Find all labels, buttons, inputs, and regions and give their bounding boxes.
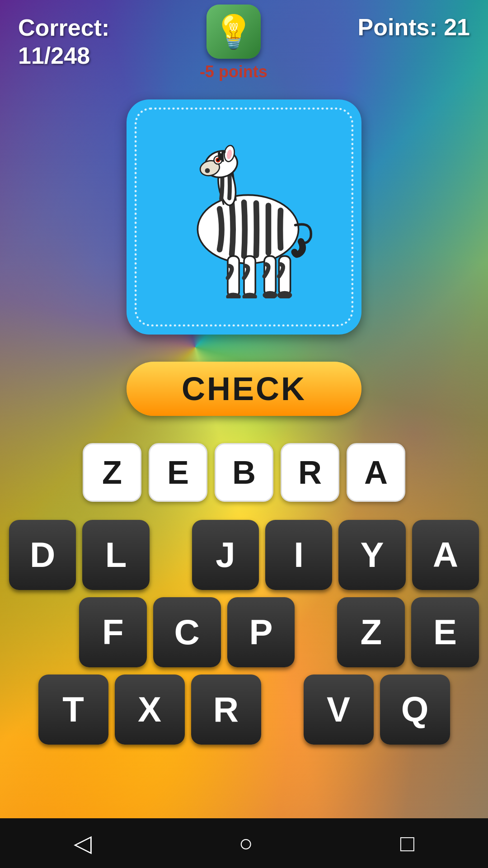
check-button[interactable]: CHECK [127, 362, 361, 416]
svg-point-4 [205, 168, 210, 173]
key-T[interactable]: T [38, 675, 108, 745]
answer-tile-4[interactable]: R [281, 443, 339, 502]
key-D[interactable]: D [9, 520, 76, 590]
nav-bar: ◁ ○ □ [0, 818, 488, 868]
svg-rect-16 [279, 256, 290, 295]
lightbulb-icon: 💡 [213, 13, 254, 51]
key-J[interactable]: J [192, 520, 259, 590]
answer-tile-2[interactable]: E [149, 443, 207, 502]
check-label: CHECK [182, 370, 306, 407]
svg-point-1 [216, 165, 238, 207]
home-button[interactable]: ○ [239, 830, 253, 857]
svg-point-15 [263, 291, 277, 298]
key-F[interactable]: F [79, 597, 147, 667]
svg-point-11 [226, 292, 240, 298]
hint-button[interactable]: 💡 [206, 5, 261, 59]
key-X[interactable]: X [115, 675, 185, 745]
svg-point-2 [202, 147, 240, 181]
answer-row: Z E B R A [83, 443, 405, 502]
zebra-image [163, 136, 325, 298]
key-Q[interactable]: Q [380, 675, 450, 745]
back-button[interactable]: ◁ [74, 830, 92, 857]
key-V[interactable]: V [304, 675, 374, 745]
key-Y[interactable]: Y [338, 520, 405, 590]
svg-point-0 [197, 195, 298, 263]
svg-point-8 [223, 145, 236, 162]
hint-cost: -5 points [200, 62, 267, 81]
key-row-2: F C P Z E [9, 597, 479, 667]
key-A[interactable]: A [412, 520, 479, 590]
key-R[interactable]: R [191, 675, 261, 745]
svg-rect-10 [228, 256, 239, 297]
svg-point-9 [226, 149, 232, 160]
answer-tile-5[interactable]: A [347, 443, 405, 502]
key-C[interactable]: C [153, 597, 221, 667]
svg-rect-14 [264, 256, 276, 295]
svg-point-6 [216, 158, 221, 163]
answer-tile-1[interactable]: Z [83, 443, 141, 502]
svg-point-5 [214, 156, 222, 164]
key-Z[interactable]: Z [337, 597, 405, 667]
svg-point-13 [242, 292, 257, 298]
key-row-1: D L J I Y A [9, 520, 479, 590]
recent-button[interactable]: □ [400, 830, 414, 857]
key-P[interactable]: P [227, 597, 295, 667]
correct-label: Correct: 11/248 [18, 14, 109, 70]
key-E[interactable]: E [411, 597, 479, 667]
key-L[interactable]: L [82, 520, 149, 590]
key-I[interactable]: I [265, 520, 332, 590]
svg-rect-12 [244, 256, 255, 297]
keyboard: D L J I Y A F C P Z E T X R V Q [0, 520, 488, 745]
points-display: Points: 21 [357, 14, 470, 41]
svg-point-7 [217, 159, 219, 161]
svg-point-3 [198, 159, 221, 178]
correct-display: Correct: 11/248 [18, 14, 109, 70]
answer-tile-3[interactable]: B [215, 443, 273, 502]
key-row-3: T X R V Q [9, 675, 479, 745]
animal-card [127, 99, 361, 335]
svg-point-17 [277, 291, 292, 298]
